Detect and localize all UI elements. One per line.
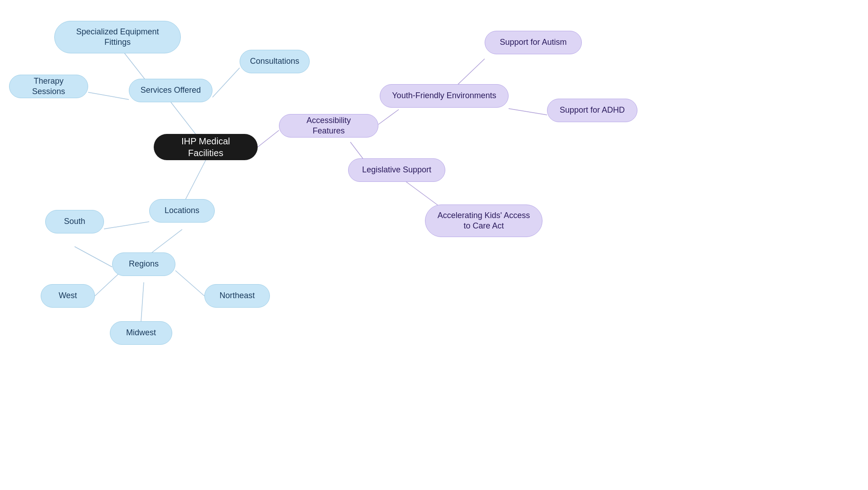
svg-line-11 <box>258 130 279 147</box>
legislative-support-node[interactable]: Legislative Support <box>348 158 445 182</box>
svg-line-3 <box>212 68 240 97</box>
youth-friendly-node[interactable]: Youth-Friendly Environments <box>380 84 509 108</box>
west-node[interactable]: West <box>41 284 95 308</box>
svg-line-2 <box>88 92 129 100</box>
svg-line-7 <box>75 247 112 267</box>
svg-line-14 <box>509 109 547 115</box>
svg-line-10 <box>141 282 144 321</box>
regions-node[interactable]: Regions <box>112 252 175 276</box>
therapy-sessions-node[interactable]: Therapy Sessions <box>9 75 88 98</box>
services-offered-node[interactable]: Services Offered <box>129 79 212 102</box>
northeast-node[interactable]: Northeast <box>204 284 270 308</box>
accelerating-kids-node[interactable]: Accelerating Kids' Access to Care Act <box>425 205 542 237</box>
midwest-node[interactable]: Midwest <box>110 321 172 345</box>
accessibility-features-node[interactable]: Accessibility Features <box>279 114 378 138</box>
svg-line-9 <box>175 271 204 296</box>
specialized-equipment-node[interactable]: Specialized Equipment Fittings <box>54 21 181 53</box>
south-node[interactable]: South <box>45 210 104 233</box>
support-autism-node[interactable]: Support for Autism <box>485 31 582 54</box>
consultations-node[interactable]: Consultations <box>240 50 310 73</box>
locations-node[interactable]: Locations <box>149 199 215 223</box>
center-node[interactable]: IHP Medical Facilities <box>154 134 258 160</box>
support-adhd-node[interactable]: Support for ADHD <box>547 99 637 122</box>
svg-line-6 <box>104 222 149 229</box>
svg-line-12 <box>378 109 399 124</box>
